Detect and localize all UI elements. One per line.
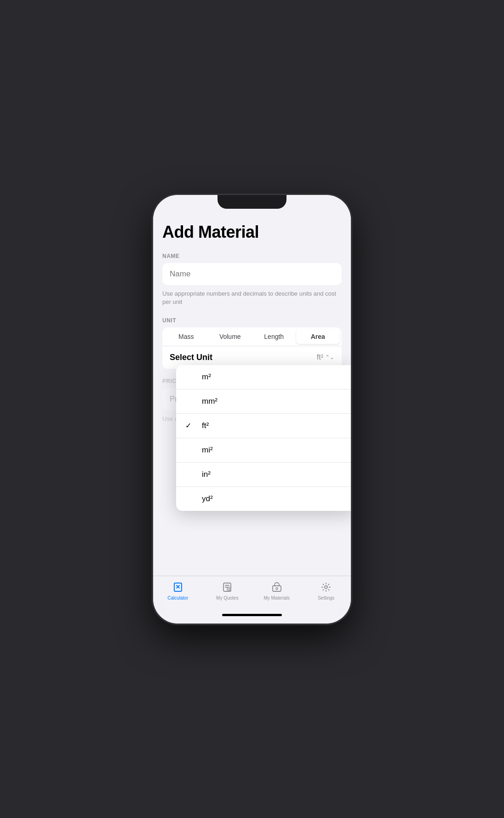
segment-control: Mass Volume Length Area [162,327,342,346]
segment-volume[interactable]: Volume [208,329,252,344]
svg-point-4 [325,586,327,589]
unit-section: UNIT Mass Volume Length Area Select Unit… [162,317,342,369]
content-area: Add Material NAME Use appropriate number… [153,218,351,576]
name-label: NAME [162,253,342,259]
dropdown-item-m2[interactable]: m² [176,365,351,389]
chevron-updown-icon: ⌃⌄ [325,354,334,360]
unit-dropdown: m² mm² ✓ ft² mi² in² [176,365,351,511]
check-icon-mm2 [185,397,195,406]
dropdown-label-mm2: mm² [202,397,346,406]
svg-rect-2 [273,586,281,591]
tab-my-quotes[interactable]: My Quotes [203,581,252,601]
tab-my-materials[interactable]: My Materials [252,581,302,601]
check-icon-yd2 [185,495,195,503]
home-indicator-wrap [153,614,351,624]
current-unit-value: ft² [317,353,323,361]
tab-settings-label: Settings [318,595,334,601]
home-indicator [222,614,282,616]
check-icon-mi2 [185,446,195,454]
unit-label: UNIT [162,317,342,324]
check-icon-ft2: ✓ [185,421,195,430]
dropdown-label-in2: in² [202,470,346,479]
dropdown-item-ft2[interactable]: ✓ ft² [176,414,351,438]
my-quotes-icon [221,581,234,594]
tab-bar: Calculator My Quotes [153,576,351,614]
page-title: Add Material [162,223,342,242]
tab-calculator-label: Calculator [167,595,188,601]
tab-settings[interactable]: Settings [302,581,351,601]
svg-point-3 [276,588,278,589]
dropdown-label-ft2: ft² [202,421,346,430]
my-materials-icon [270,581,283,594]
notch [218,195,286,209]
unit-card: Mass Volume Length Area Select Unit ft² … [162,327,342,369]
dropdown-item-mm2[interactable]: mm² [176,389,351,414]
segment-mass[interactable]: Mass [164,329,208,344]
calculator-icon [172,581,184,594]
tab-my-quotes-label: My Quotes [216,595,238,601]
phone-frame: Add Material NAME Use appropriate number… [153,195,351,624]
segment-area[interactable]: Area [296,329,340,344]
dropdown-label-mi2: mi² [202,446,346,455]
tab-my-materials-label: My Materials [263,595,290,601]
check-icon-m2 [185,373,195,381]
settings-icon [320,581,332,594]
name-input[interactable] [170,269,334,279]
select-unit-label: Select Unit [170,353,212,362]
name-hint: Use appropriate numbers and decimals to … [162,290,342,306]
dropdown-item-in2[interactable]: in² [176,463,351,487]
dropdown-label-yd2: yd² [202,494,346,503]
phone-screen: Add Material NAME Use appropriate number… [153,195,351,624]
dropdown-item-yd2[interactable]: yd² [176,487,351,511]
check-icon-in2 [185,470,195,479]
dropdown-label-m2: m² [202,372,346,382]
name-input-container[interactable] [162,263,342,285]
dropdown-item-mi2[interactable]: mi² [176,438,351,463]
tab-calculator[interactable]: Calculator [153,581,203,601]
segment-length[interactable]: Length [252,329,296,344]
name-section: NAME Use appropriate numbers and decimal… [162,253,342,306]
select-unit-value: ft² ⌃⌄ [317,353,334,361]
